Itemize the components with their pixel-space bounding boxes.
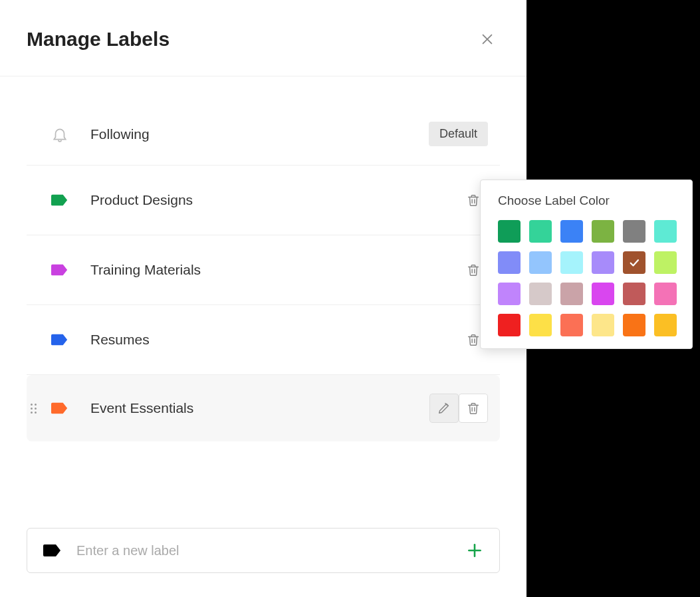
color-swatch[interactable] xyxy=(623,283,645,305)
color-swatch[interactable] xyxy=(498,283,521,305)
color-swatch[interactable] xyxy=(654,283,677,305)
manage-labels-modal: Manage Labels Following Default xyxy=(0,0,526,597)
color-swatch[interactable] xyxy=(529,283,552,305)
bell-icon xyxy=(49,126,70,143)
label-name: Training Materials xyxy=(90,262,459,278)
color-swatch[interactable] xyxy=(560,283,583,305)
modal-title: Manage Labels xyxy=(27,28,170,51)
tag-icon xyxy=(49,400,70,417)
label-name: Product Designs xyxy=(90,192,459,208)
color-swatch[interactable] xyxy=(560,314,583,336)
color-swatch[interactable] xyxy=(529,314,552,336)
color-swatch[interactable] xyxy=(560,251,583,274)
color-swatch[interactable] xyxy=(654,314,677,336)
delete-label-button[interactable] xyxy=(459,394,488,423)
color-swatch[interactable] xyxy=(623,220,645,243)
color-swatch[interactable] xyxy=(498,220,521,243)
color-swatch[interactable] xyxy=(498,251,521,274)
row-actions xyxy=(429,394,488,423)
trash-icon xyxy=(466,261,481,279)
label-row[interactable]: Resumes xyxy=(27,305,500,375)
color-swatch[interactable] xyxy=(529,220,552,243)
color-swatch[interactable] xyxy=(623,251,645,274)
modal-header: Manage Labels xyxy=(0,0,526,76)
default-label-row: Following Default xyxy=(27,103,500,166)
new-label-input-container xyxy=(27,528,500,573)
label-name: Following xyxy=(90,126,429,142)
new-label-input[interactable] xyxy=(76,543,451,558)
color-swatch[interactable] xyxy=(560,220,583,243)
label-row[interactable]: Training Materials xyxy=(27,235,500,305)
label-row[interactable]: Event Essentials xyxy=(27,375,500,441)
color-picker-title: Choose Label Color xyxy=(498,193,675,208)
tag-icon xyxy=(49,191,70,209)
tag-icon xyxy=(49,331,70,348)
default-badge: Default xyxy=(429,122,488,146)
plus-icon xyxy=(466,542,483,559)
color-swatch[interactable] xyxy=(654,220,677,243)
pencil-icon xyxy=(437,400,451,417)
label-name: Event Essentials xyxy=(90,400,429,416)
color-swatch[interactable] xyxy=(592,251,614,274)
color-swatch[interactable] xyxy=(592,314,614,336)
color-swatch[interactable] xyxy=(654,251,677,274)
edit-label-button[interactable] xyxy=(429,394,459,423)
drag-handle[interactable] xyxy=(31,404,40,414)
label-row[interactable]: Product Designs xyxy=(27,166,500,235)
color-swatch[interactable] xyxy=(529,251,552,274)
color-swatch[interactable] xyxy=(498,314,521,336)
close-button[interactable] xyxy=(475,27,500,52)
add-label-button[interactable] xyxy=(466,542,483,559)
tag-icon xyxy=(49,261,70,279)
color-swatch[interactable] xyxy=(592,283,614,305)
close-icon xyxy=(480,32,495,47)
color-swatch[interactable] xyxy=(592,220,614,243)
check-icon xyxy=(628,257,640,269)
label-list: Following Default Product Designs xyxy=(0,76,526,441)
trash-icon xyxy=(466,191,481,209)
new-label-color-swatch[interactable] xyxy=(43,543,62,558)
trash-icon xyxy=(466,331,481,348)
color-picker-popover: Choose Label Color xyxy=(480,179,693,349)
label-name: Resumes xyxy=(90,332,459,348)
color-grid xyxy=(498,220,675,336)
trash-icon xyxy=(466,400,481,417)
color-swatch[interactable] xyxy=(623,314,645,336)
